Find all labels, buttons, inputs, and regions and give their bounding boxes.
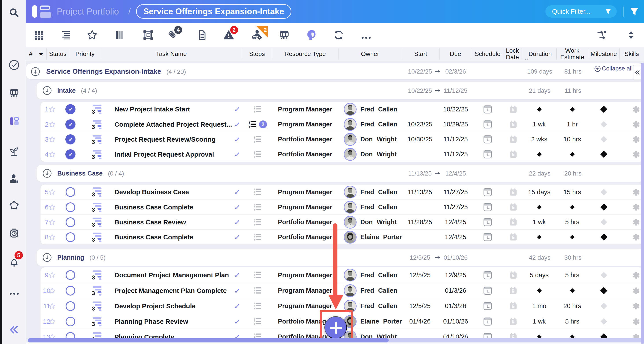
- lock-date-icon[interactable]: [509, 132, 518, 147]
- schedule-icon[interactable]: [483, 102, 492, 117]
- steps-icon[interactable]: [246, 147, 268, 162]
- column-skills[interactable]: Skills: [619, 47, 644, 61]
- skills-gear-icon[interactable]: [632, 283, 640, 298]
- status-toggle[interactable]: [65, 185, 76, 200]
- schedule-icon[interactable]: [483, 117, 492, 132]
- vertical-scrollbar[interactable]: [641, 63, 644, 344]
- skills-gear-icon[interactable]: [632, 147, 640, 162]
- milestone-indicator[interactable]: [586, 215, 621, 229]
- task-name[interactable]: Complete Attached Project Request...: [114, 117, 238, 132]
- outline-view-button[interactable]: [60, 29, 72, 41]
- owner-avatar[interactable]: [343, 200, 357, 214]
- resource-type[interactable]: Program Manager: [272, 298, 338, 314]
- start-date[interactable]: [402, 283, 438, 298]
- work-estimate-value[interactable]: 5 hrs: [555, 314, 590, 329]
- status-toggle[interactable]: [65, 298, 76, 314]
- sort-button[interactable]: [625, 29, 637, 41]
- owner-avatar[interactable]: [343, 147, 357, 162]
- due-date[interactable]: 10/29/25: [438, 117, 473, 132]
- work-estimate-value[interactable]: 20 hrs: [555, 298, 590, 314]
- schedule-icon[interactable]: [483, 132, 492, 147]
- start-date[interactable]: 10/23/25: [402, 117, 438, 132]
- toolbar-more-button[interactable]: [360, 32, 372, 44]
- expand-task-icon[interactable]: [233, 200, 241, 214]
- status-toggle[interactable]: [65, 117, 76, 132]
- task-row[interactable]: 9 3 Document Project Management Plan Pro…: [40, 267, 644, 283]
- start-date[interactable]: [402, 102, 438, 117]
- task-row[interactable]: 4 3 Initial Project Request Approval Por…: [40, 147, 644, 162]
- status-toggle[interactable]: [65, 283, 76, 298]
- duration-value[interactable]: 1 wk: [522, 314, 557, 329]
- task-name[interactable]: Develop Project Schedule: [114, 298, 238, 314]
- work-estimate-value[interactable]: 10 hrs: [555, 132, 590, 147]
- status-toggle[interactable]: [65, 147, 76, 162]
- owner-avatar[interactable]: [343, 267, 357, 283]
- task-name[interactable]: Planning Phase Review: [114, 314, 238, 329]
- task-row[interactable]: 6 3 Business Case Complete Program Manag…: [40, 200, 644, 214]
- column-lock-date[interactable]: Lock Date: [504, 47, 521, 61]
- milestone-indicator[interactable]: [586, 298, 621, 314]
- task-row[interactable]: 5 3 Develop Business Case Program Manage…: [40, 185, 644, 200]
- resource-type[interactable]: Program Manager: [272, 117, 338, 132]
- status-toggle[interactable]: [65, 200, 76, 214]
- skills-gear-icon[interactable]: [632, 314, 640, 329]
- start-date[interactable]: 12/5/25: [402, 267, 438, 283]
- refresh-button[interactable]: [333, 29, 345, 41]
- resource-type[interactable]: Portfolio Manager: [272, 147, 338, 162]
- status-toggle[interactable]: [65, 230, 76, 244]
- steps-icon[interactable]: [246, 230, 268, 244]
- skills-gear-icon[interactable]: [632, 102, 640, 117]
- task-name[interactable]: Business Case Review: [114, 215, 238, 229]
- lock-date-icon[interactable]: [509, 147, 518, 162]
- due-date[interactable]: 01/3/26: [438, 283, 473, 298]
- due-date[interactable]: 11/27/25: [438, 200, 473, 214]
- column-task-name[interactable]: Task Name: [101, 47, 242, 61]
- favorite-star-icon[interactable]: [48, 132, 57, 147]
- milestone-indicator[interactable]: [586, 132, 621, 147]
- expand-task-icon[interactable]: [233, 117, 241, 132]
- due-date[interactable]: 12/9/25: [438, 267, 473, 283]
- view-columns-button[interactable]: [33, 29, 45, 41]
- steps-icon[interactable]: [246, 102, 268, 117]
- status-toggle[interactable]: [65, 102, 76, 117]
- priority-indicator[interactable]: 3: [91, 147, 102, 162]
- resource-type[interactable]: Portfolio Manager: [272, 215, 338, 229]
- status-toggle[interactable]: [65, 314, 76, 329]
- expand-task-icon[interactable]: [233, 215, 241, 229]
- priority-indicator[interactable]: 3: [91, 283, 102, 298]
- favorite-star-icon[interactable]: [48, 185, 57, 200]
- lock-date-icon[interactable]: [509, 267, 518, 283]
- owner-avatar[interactable]: [343, 298, 357, 314]
- task-name[interactable]: Business Case Complete: [114, 230, 238, 244]
- favorite-star-icon[interactable]: [48, 230, 57, 244]
- resource-type[interactable]: Program Manager: [272, 102, 338, 117]
- expand-task-icon[interactable]: [233, 147, 241, 162]
- steps-icon[interactable]: [246, 132, 268, 147]
- skills-gear-icon[interactable]: [632, 298, 640, 314]
- duration-value[interactable]: 2 wks: [522, 132, 557, 147]
- work-estimate-value[interactable]: 15 hrs: [555, 185, 590, 200]
- due-date[interactable]: 11/12/25: [438, 132, 473, 147]
- start-date[interactable]: 10/30/25: [402, 132, 438, 147]
- group-row-business-case[interactable]: Business Case(0 / 4) 11/13/25 12/4/25 22…: [36, 165, 644, 182]
- sidebar-growth-button[interactable]: [2, 143, 26, 160]
- task-name[interactable]: Develop Business Case: [114, 185, 238, 200]
- work-estimate-value[interactable]: [555, 230, 590, 244]
- warnings-button[interactable]: 2: [223, 29, 234, 41]
- favorite-star-icon[interactable]: [48, 102, 57, 117]
- collapse-group-icon[interactable]: [42, 168, 52, 178]
- steps-icon[interactable]: [246, 267, 268, 283]
- resource-type[interactable]: Program Manager: [272, 267, 338, 283]
- group-row-planning[interactable]: Planning(0 / 5) 12/5/25 01/10/26 42 days…: [36, 249, 644, 266]
- collapse-project-icon[interactable]: [30, 67, 40, 76]
- work-estimate-value[interactable]: [555, 200, 590, 214]
- favorite-star-icon[interactable]: [48, 147, 57, 162]
- lock-date-icon[interactable]: [509, 102, 518, 117]
- priority-indicator[interactable]: 3: [91, 132, 102, 147]
- milestone-indicator[interactable]: [586, 185, 621, 200]
- start-date[interactable]: [402, 200, 438, 214]
- schedule-icon[interactable]: [483, 200, 492, 214]
- project-summary-row[interactable]: Service Offerings Expansion-Intake(4 / 2…: [26, 64, 644, 79]
- priority-indicator[interactable]: 3: [91, 185, 102, 200]
- milestone-indicator[interactable]: [586, 314, 621, 329]
